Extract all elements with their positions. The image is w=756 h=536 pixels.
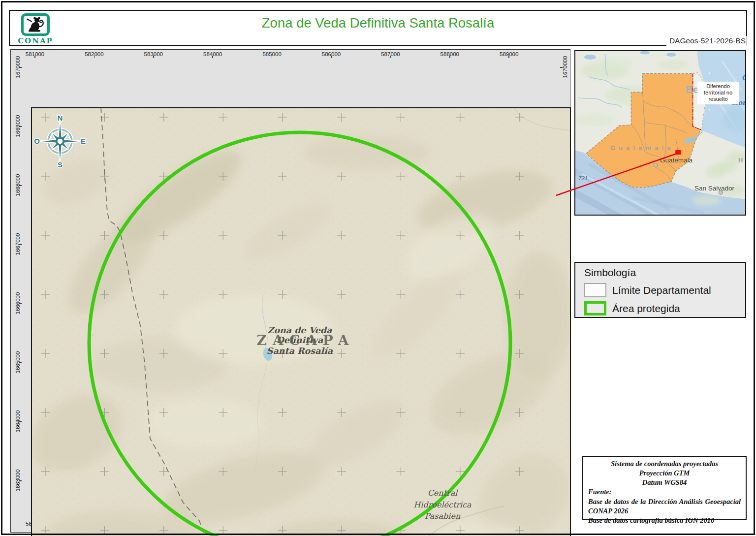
legend-label: Límite Departamental <box>612 284 711 296</box>
axis-tick <box>19 421 22 422</box>
guatemala-city-label: Guatemala <box>660 157 693 164</box>
page-title: Zona de Veda Definitiva Santa Rosalía <box>262 15 494 31</box>
hydro-label-line1: Central <box>428 488 459 498</box>
map-panel: 5810005810005820005820005830005830005840… <box>10 49 570 533</box>
axis-tick <box>19 126 22 127</box>
monkey-icon <box>24 16 47 33</box>
axis-tick <box>508 56 509 58</box>
conap-wordmark: CONAP <box>16 36 55 45</box>
axis-tick <box>19 244 22 245</box>
depth-contour-label: 721 <box>578 175 588 181</box>
axis-label: 1670000 <box>562 50 568 84</box>
compass-n: N <box>58 114 63 122</box>
metadata-box: Sistema de coordenadas proyectadas Proye… <box>582 456 747 520</box>
zone-label-line3: Santa Rosalía <box>267 346 333 356</box>
san-salvador-label: San Salvador <box>694 185 734 192</box>
axis-tick <box>272 56 273 58</box>
datum-line: Datum WGS84 <box>588 478 741 487</box>
axis-tick <box>212 56 213 58</box>
axis-tick <box>390 56 391 58</box>
legend-title: Simbología <box>584 267 636 279</box>
legend-panel: Simbología Límite Departamental Área pro… <box>574 262 746 318</box>
legend-label: Área protegida <box>612 303 680 315</box>
conap-logo: CONAP <box>16 13 55 45</box>
compass-e: E <box>81 137 86 145</box>
map-layout-page: CONAP Zona de Veda Definitiva Santa Rosa… <box>0 0 756 536</box>
protected-area-swatch <box>584 301 606 315</box>
territorial-note: Diferendo territorial no resuelto <box>697 82 739 104</box>
axis-tick <box>449 56 450 58</box>
guatemala-country-label: Guatemala <box>610 144 674 152</box>
axis-tick <box>19 480 22 481</box>
axis-tick <box>94 56 95 58</box>
honduras-label: Honduras <box>738 157 746 164</box>
axis-tick <box>153 56 154 58</box>
source-title: Fuente: <box>588 487 741 497</box>
guatemala-city-marker <box>654 163 658 167</box>
axis-tick <box>560 67 563 68</box>
source-line-1: Base de datos de la Dirección Análisis G… <box>588 497 741 516</box>
inset-locator-map: Belize Diferendo territorial no resuelto… <box>574 50 746 216</box>
source-line-2: Base de datos cartografía básica IGN 201… <box>588 516 741 525</box>
legend-item-protected: Área protegida <box>584 301 680 315</box>
legend-item-departmental: Límite Departamental <box>584 283 711 297</box>
hydro-label-line2: Hidroeléctrica <box>413 500 472 509</box>
conap-logo-badge <box>21 13 50 36</box>
axis-tick <box>331 56 332 58</box>
compass-w: O <box>34 137 40 145</box>
crs-line: Sistema de coordenadas proyectadas <box>588 459 741 469</box>
document-id: DAGeos-521-2026-BS <box>666 36 747 48</box>
axis-tick <box>19 185 22 186</box>
departmental-boundary-swatch <box>584 283 606 297</box>
axis-tick <box>34 56 35 58</box>
projection-line: Proyección GTM <box>588 469 741 478</box>
header-bar: CONAP Zona de Veda Definitiva Santa Rosa… <box>9 10 747 46</box>
axis-tick <box>19 362 22 363</box>
gulf-label-word1: Golfo <box>742 74 746 81</box>
hydro-label-line3: Pasabien <box>425 511 461 521</box>
location-marker-square <box>675 150 681 155</box>
compass-s: S <box>58 160 63 169</box>
axis-tick <box>19 67 22 68</box>
axis-tick <box>19 303 22 304</box>
main-map: Zona de Veda Definitiva ZACAPA Santa Ros… <box>31 107 571 536</box>
